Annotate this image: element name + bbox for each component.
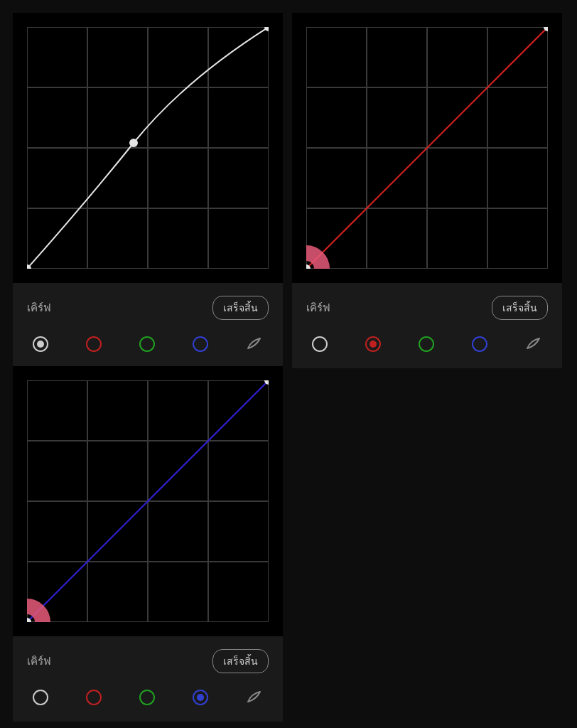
done-button[interactable]: เสร็จสิ้น [212,649,269,673]
channel-white-button[interactable] [33,690,48,705]
reset-icon[interactable] [246,689,263,706]
curve-editor[interactable] [292,13,562,283]
channel-green-button[interactable] [419,336,434,352]
reset-icon[interactable] [525,336,542,353]
channel-blue-button[interactable] [193,336,208,352]
curve-label: เคิร์ฟ [27,299,51,316]
curve-label: เคิร์ฟ [306,299,330,316]
done-button[interactable]: เสร็จสิ้น [492,296,548,320]
channel-red-button[interactable] [86,690,102,705]
curve-point-highlight[interactable] [264,27,269,31]
reset-icon[interactable] [246,336,263,353]
channel-green-button[interactable] [139,336,155,352]
curve-controls: เคิร์ฟ เสร็จสิ้น [292,283,562,368]
curve-panel-luminance: เคิร์ฟ เสร็จสิ้น [13,13,283,368]
channel-blue-button[interactable] [472,336,487,352]
done-button[interactable]: เสร็จสิ้น [212,296,269,320]
curve-panel-red: เคิร์ฟ เสร็จสิ้น [292,13,562,368]
curve-panel-blue: เคิร์ฟ เสร็จสิ้น [13,366,283,722]
channel-green-button[interactable] [139,690,155,705]
curve-editor[interactable] [13,13,283,283]
curve-label: เคิร์ฟ [27,653,51,670]
curve-controls: เคิร์ฟ เสร็จสิ้น [13,636,283,722]
channel-red-button[interactable] [365,336,381,352]
channel-red-button[interactable] [86,336,102,352]
curve-editor[interactable] [13,366,283,636]
curve-point-mid[interactable] [129,139,138,147]
channel-white-button[interactable] [33,336,48,352]
curve-controls: เคิร์ฟ เสร็จสิ้น [13,283,283,368]
channel-blue-button[interactable] [193,690,208,705]
channel-white-button[interactable] [312,336,328,352]
